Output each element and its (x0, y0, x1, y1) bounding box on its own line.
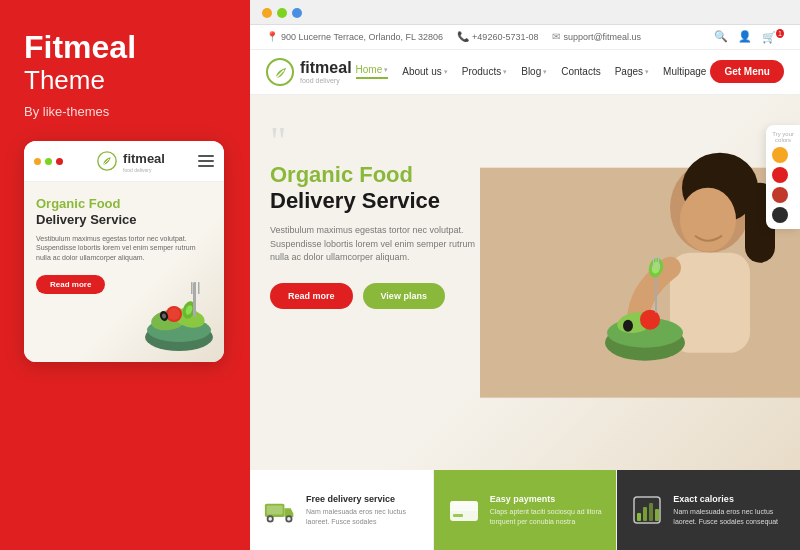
mobile-dot-red (56, 158, 63, 165)
svg-rect-13 (195, 282, 197, 294)
feature-payments: Easy payments Claps aptent taciti socios… (434, 470, 618, 550)
brand-author: By like-themes (24, 104, 226, 119)
svg-rect-30 (653, 255, 654, 269)
calories-icon-area (631, 494, 663, 526)
phone-text: +49260-5731-08 (472, 32, 538, 42)
mobile-hamburger-icon[interactable] (198, 155, 214, 167)
hero-view-plans-button[interactable]: View plans (363, 283, 445, 309)
get-menu-button[interactable]: Get Menu (710, 60, 784, 83)
mobile-top-bar: fitmeal food delivery (24, 141, 224, 182)
nav-blog[interactable]: Blog ▾ (521, 66, 547, 77)
site-logo-text-area: fitmeal food delivery (300, 59, 352, 84)
svg-rect-32 (658, 255, 659, 269)
top-info-bar: 📍 900 Lucerne Terrace, Orlando, FL 32806… (250, 25, 800, 50)
hero-person-svg (480, 95, 800, 470)
svg-rect-46 (649, 503, 653, 521)
mobile-logo-icon (96, 150, 118, 172)
palette-color-orange[interactable] (772, 147, 788, 163)
address-text: 900 Lucerne Terrace, Orlando, FL 32806 (281, 32, 443, 42)
hero-quote-mark: " (270, 125, 490, 157)
brand-subtitle: Theme (24, 65, 105, 95)
left-panel: Fitmeal Theme By like-themes fitmeal (0, 0, 250, 550)
browser-dot-blue (292, 8, 302, 18)
mobile-hero-section: Organic Food Delivery Service Vestibulum… (24, 182, 224, 362)
site-logo-sub: food delivery (300, 77, 352, 84)
delivery-title: Free delivery service (306, 494, 419, 504)
nav-contacts[interactable]: Contacts (561, 66, 600, 77)
browser-dot-green (277, 8, 287, 18)
cart-icon[interactable]: 🛒1 (762, 30, 784, 44)
nav-products[interactable]: Products ▾ (462, 66, 507, 77)
delivery-truck-icon (264, 495, 296, 525)
site-logo: fitmeal food delivery (266, 58, 352, 86)
pages-chevron: ▾ (645, 68, 649, 76)
svg-rect-44 (637, 513, 641, 521)
email-item: ✉ support@fitmeal.us (552, 31, 641, 42)
svg-point-6 (168, 308, 180, 320)
hero-section: " Organic Food Delivery Service Vestibul… (250, 95, 800, 470)
delivery-icon-area (264, 494, 296, 526)
mobile-logo: fitmeal food delivery (96, 149, 165, 173)
svg-rect-14 (198, 282, 200, 294)
email-icon: ✉ (552, 31, 560, 42)
hamburger-line-1 (198, 155, 214, 157)
food-svg (139, 272, 219, 362)
calories-chart-icon (632, 495, 662, 525)
svg-rect-41 (453, 514, 463, 517)
nav-multipage[interactable]: Multipage (663, 66, 706, 77)
svg-point-26 (623, 319, 633, 331)
mobile-window-dots (34, 158, 63, 165)
palette-color-darkred[interactable] (772, 187, 788, 203)
mobile-read-more-button[interactable]: Read more (36, 275, 105, 294)
nav-home[interactable]: Home ▾ (356, 64, 389, 79)
top-bar-right: 🔍 👤 🛒1 (714, 30, 784, 44)
payments-text: Easy payments Claps aptent taciti socios… (490, 494, 603, 527)
address-item: 📍 900 Lucerne Terrace, Orlando, FL 32806 (266, 31, 443, 42)
calories-description: Nam malesuada eros nec luctus laoreet. F… (673, 507, 786, 527)
search-icon[interactable]: 🔍 (714, 30, 728, 43)
svg-rect-12 (191, 282, 193, 294)
mobile-dot-green (45, 158, 52, 165)
mobile-hero-title-green: Organic Food (36, 196, 212, 212)
svg-rect-31 (656, 255, 657, 269)
browser-chrome (250, 0, 800, 25)
products-chevron: ▾ (503, 68, 507, 76)
calories-title: Exact calories (673, 494, 786, 504)
nav-pages[interactable]: Pages ▾ (615, 66, 649, 77)
hamburger-line-2 (198, 160, 214, 162)
delivery-description: Nam malesuada eros nec luctus laoreet. F… (306, 507, 419, 527)
brand-title: Fitmeal (24, 29, 136, 65)
site-navigation: fitmeal food delivery Home ▾ About us ▾ … (250, 50, 800, 95)
user-icon[interactable]: 👤 (738, 30, 752, 43)
right-panel: 📍 900 Lucerne Terrace, Orlando, FL 32806… (250, 0, 800, 550)
nav-about[interactable]: About us ▾ (402, 66, 447, 77)
palette-color-dark[interactable] (772, 207, 788, 223)
palette-label: Try yourcolors (772, 131, 794, 143)
calories-text: Exact calories Nam malesuada eros nec lu… (673, 494, 786, 527)
svg-rect-47 (655, 509, 659, 521)
hero-content: " Organic Food Delivery Service Vestibul… (250, 95, 510, 339)
mobile-preview: fitmeal food delivery Organic Food Deliv… (24, 141, 224, 362)
top-bar-left: 📍 900 Lucerne Terrace, Orlando, FL 32806… (266, 31, 641, 42)
svg-rect-45 (643, 507, 647, 521)
home-chevron: ▾ (384, 66, 388, 74)
hero-read-more-button[interactable]: Read more (270, 283, 353, 309)
svg-point-25 (640, 309, 660, 329)
svg-point-37 (287, 517, 291, 521)
website-content: 📍 900 Lucerne Terrace, Orlando, FL 32806… (250, 25, 800, 550)
palette-color-red[interactable] (772, 167, 788, 183)
color-palette-widget: Try yourcolors (766, 125, 800, 229)
mobile-hero-description: Vestibulum maximus egestas tortor nec vo… (36, 234, 212, 263)
delivery-text: Free delivery service Nam malesuada eros… (306, 494, 419, 527)
hamburger-line-3 (198, 165, 214, 167)
mobile-hero-title-dark: Delivery Service (36, 212, 212, 228)
hero-buttons: Read more View plans (270, 283, 490, 309)
mobile-dot-yellow (34, 158, 41, 165)
mobile-logo-sub: food delivery (123, 167, 165, 173)
nav-menu: Home ▾ About us ▾ Products ▾ Blog ▾ Cont… (356, 64, 707, 79)
hero-title-green: Organic Food (270, 162, 490, 188)
payments-description: Claps aptent taciti sociosqu ad litora t… (490, 507, 603, 527)
feature-delivery: Free delivery service Nam malesuada eros… (250, 470, 434, 550)
browser-window-dots (262, 8, 788, 18)
svg-rect-38 (267, 506, 283, 515)
